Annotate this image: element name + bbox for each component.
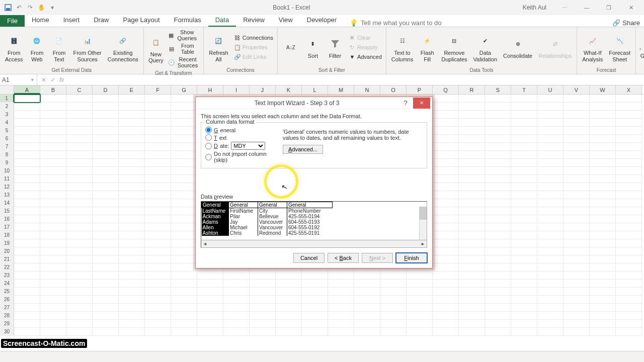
- cell[interactable]: [93, 111, 119, 119]
- cell[interactable]: [407, 304, 433, 312]
- cell[interactable]: [119, 328, 145, 336]
- preview-cell[interactable]: 425-555-0194: [287, 214, 333, 219]
- cell[interactable]: [616, 143, 642, 151]
- date-format-select[interactable]: MDY: [231, 142, 265, 150]
- cell[interactable]: [564, 159, 590, 167]
- cell[interactable]: [590, 304, 616, 312]
- column-header[interactable]: X: [616, 85, 642, 94]
- cell[interactable]: [276, 296, 302, 304]
- cell[interactable]: [119, 320, 145, 328]
- cell[interactable]: [171, 127, 197, 135]
- cell[interactable]: [459, 320, 485, 328]
- cell[interactable]: [14, 159, 40, 167]
- cell[interactable]: [616, 304, 642, 312]
- cell[interactable]: [433, 183, 459, 191]
- cell[interactable]: [14, 183, 40, 191]
- cell[interactable]: [66, 127, 93, 135]
- cell[interactable]: [66, 95, 93, 103]
- cell[interactable]: [564, 312, 590, 320]
- cell[interactable]: [485, 111, 511, 119]
- cell[interactable]: [93, 159, 119, 167]
- cell[interactable]: [66, 231, 93, 239]
- preview-cell[interactable]: Bellevue: [258, 214, 287, 219]
- cell[interactable]: [197, 288, 223, 296]
- column-header[interactable]: N: [354, 85, 380, 94]
- preview-col-header[interactable]: General: [258, 202, 287, 208]
- filter-button[interactable]: Filter: [325, 35, 345, 60]
- cell[interactable]: [66, 207, 93, 215]
- back-button[interactable]: < Back: [328, 253, 359, 263]
- cell[interactable]: [66, 151, 93, 159]
- cell[interactable]: [433, 151, 459, 159]
- cell[interactable]: [537, 328, 564, 336]
- cell[interactable]: [276, 272, 302, 280]
- cell[interactable]: [485, 272, 511, 280]
- cell[interactable]: [354, 288, 380, 296]
- cell[interactable]: [250, 272, 276, 280]
- cell[interactable]: [66, 239, 93, 247]
- cell[interactable]: [590, 191, 616, 199]
- cell[interactable]: [433, 280, 459, 288]
- cell[interactable]: [223, 296, 250, 304]
- cell[interactable]: [171, 231, 197, 239]
- cell[interactable]: [564, 119, 590, 127]
- cell[interactable]: [433, 111, 459, 119]
- tab-data[interactable]: Data: [208, 14, 236, 27]
- cell[interactable]: [485, 119, 511, 127]
- cell[interactable]: [511, 215, 537, 223]
- row-header[interactable]: 4: [0, 119, 14, 127]
- cell[interactable]: [459, 191, 485, 199]
- cell[interactable]: [511, 328, 537, 336]
- cell[interactable]: [511, 320, 537, 328]
- cell[interactable]: [433, 191, 459, 199]
- cell[interactable]: [616, 135, 642, 143]
- cell[interactable]: [537, 175, 564, 183]
- redo-icon[interactable]: ↷: [26, 4, 34, 12]
- row-header[interactable]: 20: [0, 247, 14, 255]
- cell[interactable]: [590, 239, 616, 247]
- cell[interactable]: [40, 312, 66, 320]
- cell[interactable]: [171, 111, 197, 119]
- cell[interactable]: [40, 304, 66, 312]
- select-all-corner[interactable]: [0, 85, 14, 94]
- cell[interactable]: [328, 296, 354, 304]
- enter-formula-icon[interactable]: ✓: [50, 76, 55, 83]
- cell[interactable]: [485, 239, 511, 247]
- row-header[interactable]: 17: [0, 223, 14, 231]
- cell[interactable]: [119, 296, 145, 304]
- cell[interactable]: [537, 312, 564, 320]
- column-header[interactable]: S: [485, 85, 511, 94]
- cell[interactable]: [564, 247, 590, 255]
- row-header[interactable]: 29: [0, 320, 14, 328]
- cell[interactable]: [197, 272, 223, 280]
- cell[interactable]: [511, 151, 537, 159]
- cell[interactable]: [485, 103, 511, 111]
- cell[interactable]: [40, 103, 66, 111]
- cell[interactable]: [380, 280, 407, 288]
- cell[interactable]: [66, 191, 93, 199]
- tab-view[interactable]: View: [272, 14, 300, 27]
- cell[interactable]: [433, 175, 459, 183]
- cell[interactable]: [537, 223, 564, 231]
- cell[interactable]: [485, 183, 511, 191]
- cell[interactable]: [537, 231, 564, 239]
- cell[interactable]: [485, 199, 511, 207]
- cell[interactable]: [511, 255, 537, 263]
- cell[interactable]: [537, 95, 564, 103]
- cell[interactable]: [485, 247, 511, 255]
- cell[interactable]: [459, 207, 485, 215]
- cell[interactable]: [14, 127, 40, 135]
- cell[interactable]: [119, 255, 145, 263]
- cell[interactable]: [66, 247, 93, 255]
- cell[interactable]: [40, 111, 66, 119]
- cell[interactable]: [93, 255, 119, 263]
- radio-general[interactable]: General: [205, 127, 281, 133]
- cell[interactable]: [328, 280, 354, 288]
- cell[interactable]: [459, 183, 485, 191]
- cell[interactable]: [511, 288, 537, 296]
- name-box[interactable]: A1 ▼: [0, 74, 37, 85]
- column-header[interactable]: F: [145, 85, 171, 94]
- cell[interactable]: [145, 296, 171, 304]
- cell[interactable]: [537, 320, 564, 328]
- cell[interactable]: [590, 159, 616, 167]
